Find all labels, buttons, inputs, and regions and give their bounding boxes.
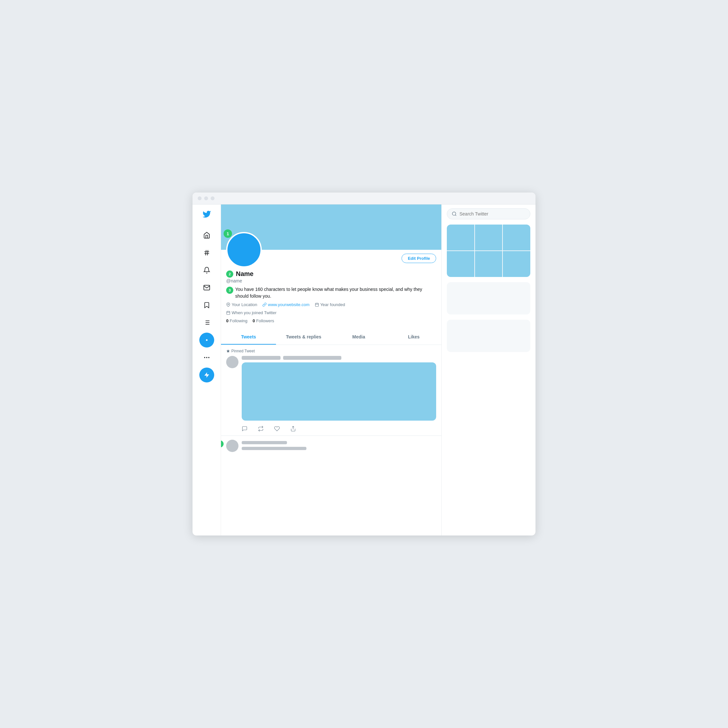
- svg-point-12: [208, 357, 209, 358]
- traffic-light-minimize[interactable]: [204, 196, 208, 200]
- reply-icon: [242, 426, 248, 431]
- profile-handle: @name: [226, 278, 436, 283]
- sidebar-item-active[interactable]: [199, 333, 214, 347]
- browser-content: 1 Edit Profile 2 Name @name 3 You have 1…: [193, 205, 535, 535]
- heart-icon: [274, 426, 280, 431]
- share-button[interactable]: [290, 426, 296, 431]
- retweet-icon: [258, 426, 264, 431]
- sidebar-item-explore[interactable]: [199, 245, 214, 260]
- sidebar-item-more[interactable]: [199, 350, 214, 365]
- svg-point-15: [228, 304, 229, 305]
- sidebar-item-home[interactable]: [199, 228, 214, 243]
- joined-span: When you joined Twitter: [226, 310, 277, 315]
- search-input[interactable]: [459, 211, 525, 216]
- badge-1: 1: [223, 229, 232, 238]
- retweet-button[interactable]: [258, 426, 264, 431]
- edit-profile-button[interactable]: Edit Profile: [402, 254, 436, 263]
- photo-grid-cell-1: [447, 225, 474, 251]
- tab-media[interactable]: Media: [331, 330, 386, 344]
- sidebar-item-lists[interactable]: [199, 315, 214, 330]
- second-tweet-lines: [242, 440, 436, 452]
- tweet-avatar: [226, 356, 239, 368]
- location-icon: [226, 303, 230, 307]
- badge-3: 3: [226, 287, 233, 294]
- photo-grid-cell-6: [503, 251, 530, 277]
- second-tweet-line2: [242, 447, 306, 450]
- svg-point-13: [204, 357, 205, 358]
- sidebar-item-messages[interactable]: [199, 280, 214, 295]
- bell-icon: [203, 267, 210, 274]
- svg-rect-20: [227, 311, 230, 315]
- main-content: 1 Edit Profile 2 Name @name 3 You have 1…: [221, 205, 442, 535]
- avatar: [226, 232, 262, 268]
- following-label: Following: [230, 318, 248, 323]
- meta-info: Your Location www.yourwebsite.com Year f…: [226, 302, 436, 307]
- tab-tweets[interactable]: Tweets: [221, 330, 276, 344]
- tweet-actions: [242, 423, 436, 431]
- badge-2: 2: [226, 271, 233, 278]
- svg-line-2: [205, 250, 206, 255]
- second-tweet-area: 4: [221, 436, 441, 456]
- like-button[interactable]: [274, 426, 280, 431]
- pinned-label: Pinned Tweet: [226, 349, 436, 353]
- photo-grid-widget: [447, 225, 530, 277]
- svg-rect-16: [315, 303, 318, 306]
- right-sidebar: [442, 205, 535, 535]
- photo-grid: [447, 225, 530, 277]
- tweet-body: [242, 356, 436, 431]
- tweet-name-bar: [242, 356, 436, 360]
- reply-button[interactable]: [242, 426, 248, 431]
- browser-titlebar: [193, 193, 535, 205]
- joined-icon: [226, 310, 230, 315]
- year-founded-meta: Year founded: [315, 302, 345, 307]
- following-count-item[interactable]: 0 Following: [226, 318, 248, 323]
- svg-point-11: [206, 357, 207, 358]
- traffic-light-close[interactable]: [198, 196, 202, 200]
- traffic-light-maximize[interactable]: [211, 196, 214, 200]
- sidebar-item-bookmarks[interactable]: [199, 298, 214, 312]
- tab-tweets-replies[interactable]: Tweets & replies: [276, 330, 331, 344]
- suggestions-widget: [447, 320, 530, 352]
- svg-marker-14: [205, 373, 209, 378]
- second-tweet-line1: [242, 441, 287, 444]
- search-bar: [447, 208, 530, 219]
- website-link[interactable]: www.yourwebsite.com: [268, 302, 310, 307]
- followers-count-item[interactable]: 0 Followers: [253, 318, 274, 323]
- compose-tweet-button[interactable]: [199, 367, 214, 382]
- followers-count: 0: [253, 318, 255, 323]
- svg-line-3: [207, 250, 208, 255]
- bio-row: 3 You have 160 characters to let people …: [226, 286, 436, 300]
- tweet-name-placeholder: [242, 356, 280, 360]
- list-icon: [203, 319, 210, 326]
- lightning-icon: [204, 372, 210, 378]
- follow-counts: 0 Following 0 Followers: [226, 318, 436, 323]
- second-tweet-avatar: [226, 440, 239, 452]
- search-icon: [452, 211, 457, 216]
- tweet-handle-placeholder: [283, 356, 341, 360]
- photo-grid-cell-2: [475, 225, 503, 251]
- pinned-tweet: Pinned Tweet: [221, 345, 441, 436]
- browser-window: 1 Edit Profile 2 Name @name 3 You have 1…: [193, 193, 535, 535]
- photo-grid-cell-4: [447, 251, 474, 277]
- hashtag-icon: [203, 249, 210, 256]
- tab-likes[interactable]: Likes: [386, 330, 441, 344]
- avatar-wrapper: 1: [226, 232, 262, 268]
- joined-meta: When you joined Twitter: [226, 310, 436, 315]
- profile-tabs: Tweets Tweets & replies Media Likes: [221, 330, 441, 345]
- pin-icon: [226, 349, 230, 353]
- mail-icon: [203, 284, 210, 291]
- profile-info-section: 1 Edit Profile 2 Name @name 3 You have 1…: [221, 250, 441, 330]
- more-icon: [203, 354, 210, 361]
- bookmark-icon: [203, 301, 210, 309]
- profile-header: 1 Edit Profile 2 Name @name 3 You have 1…: [221, 205, 441, 345]
- link-icon: [262, 303, 267, 307]
- followers-label: Followers: [256, 318, 274, 323]
- svg-point-10: [206, 340, 207, 341]
- profile-name: Name: [236, 270, 253, 278]
- share-icon: [290, 426, 296, 431]
- website-meta: www.yourwebsite.com: [262, 302, 310, 307]
- sidebar-item-notifications[interactable]: [199, 263, 214, 278]
- second-tweet: [221, 436, 441, 456]
- following-count: 0: [226, 318, 228, 323]
- photo-grid-cell-3: [503, 225, 530, 251]
